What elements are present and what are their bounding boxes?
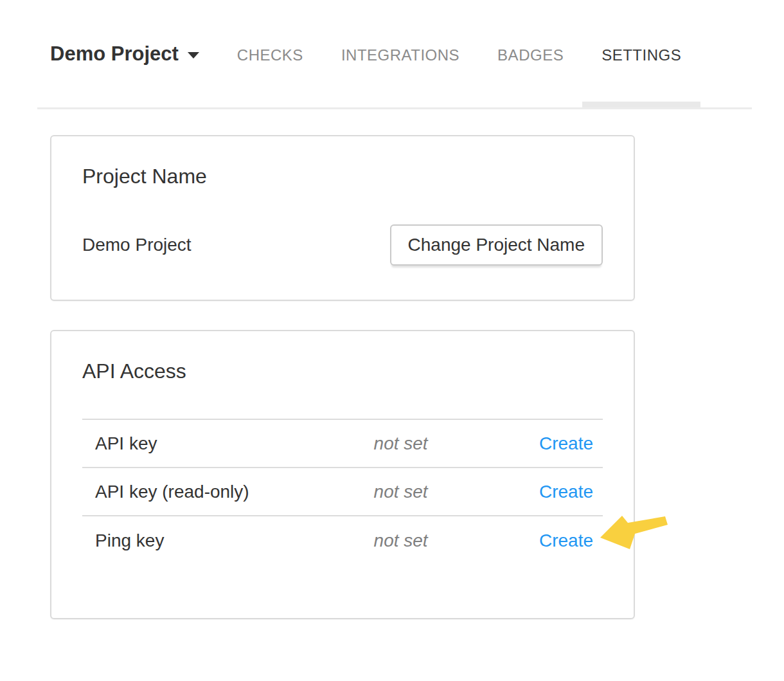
topbar: Demo Project CHECKS INTEGRATIONS BADGES … <box>0 0 784 109</box>
current-project-name: Demo Project <box>82 235 192 255</box>
project-name-card-title: Project Name <box>82 165 603 188</box>
tab-checks[interactable]: CHECKS <box>237 46 303 64</box>
tab-settings[interactable]: SETTINGS <box>601 46 681 64</box>
caret-down-icon <box>188 52 199 59</box>
key-name-label: API key <box>82 433 374 454</box>
create-ping-key-link[interactable]: Create <box>539 531 593 550</box>
api-keys-table: API key not set Create API key (read-onl… <box>82 419 603 565</box>
nav-tabs: CHECKS INTEGRATIONS BADGES SETTINGS <box>237 46 719 64</box>
key-value-text: not set <box>374 433 510 454</box>
api-access-card-title: API Access <box>82 359 603 383</box>
table-row-api-key: API key not set Create <box>82 420 603 468</box>
change-project-name-button[interactable]: Change Project Name <box>390 224 603 266</box>
key-value-text: not set <box>374 482 510 502</box>
settings-page: Project Name Demo Project Change Project… <box>0 135 784 619</box>
topbar-row: Demo Project CHECKS INTEGRATIONS BADGES … <box>0 0 784 66</box>
api-access-card: API Access API key not set Create API ke… <box>50 330 635 619</box>
table-row-api-key-read-only: API key (read-only) not set Create <box>82 468 603 516</box>
tab-integrations[interactable]: INTEGRATIONS <box>341 46 459 64</box>
create-api-key-link[interactable]: Create <box>539 433 593 453</box>
project-title: Demo Project <box>50 42 179 65</box>
key-name-label: API key (read-only) <box>82 482 374 502</box>
tab-badges[interactable]: BADGES <box>497 46 564 64</box>
header-divider <box>37 107 752 109</box>
key-name-label: Ping key <box>82 531 374 551</box>
table-row-ping-key: Ping key not set Create <box>82 516 603 565</box>
project-name-row: Demo Project Change Project Name <box>82 224 603 266</box>
create-readonly-api-key-link[interactable]: Create <box>539 482 593 502</box>
key-value-text: not set <box>374 531 510 551</box>
project-name-card: Project Name Demo Project Change Project… <box>50 135 635 301</box>
project-switcher-dropdown[interactable]: Demo Project <box>50 42 199 66</box>
